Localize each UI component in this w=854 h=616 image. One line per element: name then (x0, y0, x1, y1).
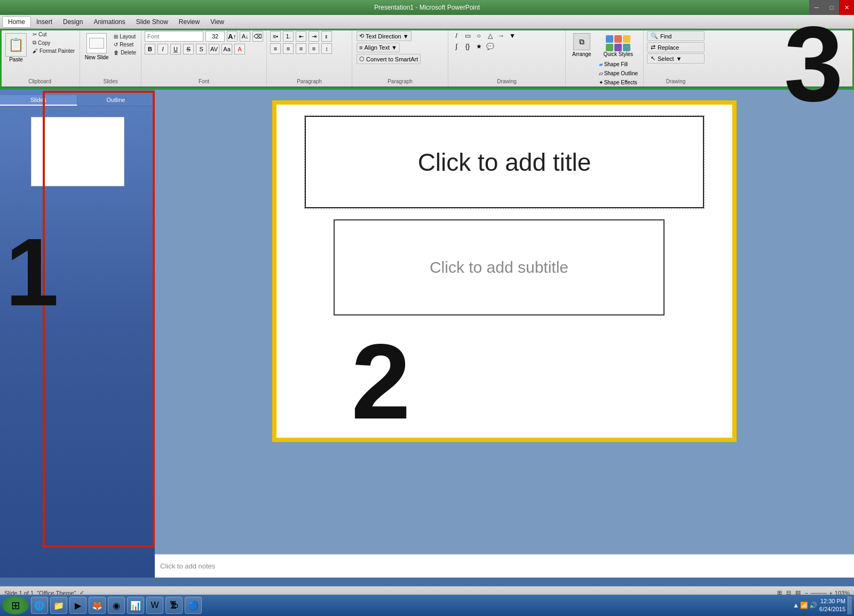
italic-button[interactable]: I (157, 44, 168, 54)
slides-group-label: Slides (80, 78, 141, 84)
taskbar-ie[interactable]: 🌐 (31, 597, 48, 614)
menu-view[interactable]: View (205, 17, 230, 27)
taskbar-firefox[interactable]: 🦊 (89, 597, 106, 614)
layout-label: Layout (120, 34, 136, 40)
taskbar-app9[interactable]: 🔵 (185, 597, 202, 614)
copy-button[interactable]: ⧉ Copy (31, 39, 76, 46)
app9-icon: 🔵 (188, 601, 199, 611)
format-painter-button[interactable]: 🖌 Format Painter (31, 48, 76, 54)
arrange-group: ⧉ Arrange Quick Styles ▰ Shape Fill (566, 29, 644, 86)
taskbar-explorer[interactable]: 📁 (50, 597, 67, 614)
find-button[interactable]: 🔍 Find (647, 31, 705, 41)
shape-outline-icon: ▱ (599, 70, 603, 76)
paste-button[interactable]: 📋 Paste (3, 31, 29, 65)
align-text-arrow: ▼ (391, 44, 397, 51)
show-desktop-button[interactable] (848, 596, 852, 614)
menu-slideshow[interactable]: Slide Show (131, 17, 173, 27)
editing-group-label: Drawing (644, 78, 708, 84)
text-dir-group-label: Paragraph (352, 78, 448, 84)
qs-cell-4 (606, 44, 613, 51)
system-tray: ▲ 📶 🔊 (793, 602, 817, 609)
menu-design[interactable]: Design (58, 17, 88, 27)
shape-effects-button[interactable]: ✦ Shape Effects (597, 78, 640, 86)
tab-slides[interactable]: Slides (0, 95, 77, 106)
align-center-button[interactable]: ≡ (283, 43, 294, 54)
shape-rect[interactable]: ▭ (463, 31, 472, 41)
shape-line[interactable]: / (452, 31, 461, 41)
slide-thumbnail-1[interactable] (31, 117, 124, 186)
columns-button[interactable]: ⫾ (321, 31, 332, 42)
subtitle-placeholder[interactable]: Click to add subtitle (334, 219, 665, 315)
title-placeholder[interactable]: Click to add title (304, 115, 705, 209)
tab-outline[interactable]: Outline (77, 95, 155, 106)
time-display[interactable]: 12:30 PM 6/24/2015 (819, 597, 845, 614)
decrease-font-button[interactable]: A↓ (240, 31, 250, 42)
shape-outline-button[interactable]: ▱ Shape Outline (597, 69, 640, 77)
replace-button[interactable]: ⇄ Replace (647, 42, 705, 52)
bold-button[interactable]: B (145, 44, 155, 54)
increase-indent-button[interactable]: ⇥ (309, 31, 319, 42)
arrange-icon: ⧉ (573, 33, 590, 50)
increase-font-button[interactable]: A↑ (227, 31, 238, 42)
select-button[interactable]: ↖ Select▼ (647, 53, 705, 64)
shape-callout[interactable]: 💬 (485, 42, 495, 51)
char-spacing-button[interactable]: AV (209, 44, 219, 54)
convert-smartart-button[interactable]: ⬡ Convert to SmartArt (357, 54, 421, 64)
menu-insert[interactable]: Insert (31, 17, 58, 27)
editing-group: 🔍 Find ⇄ Replace ↖ Select▼ Drawing (644, 29, 708, 86)
shape-fill-button[interactable]: ▰ Shape Fill (597, 60, 640, 68)
shape-curve[interactable]: ∫ (452, 42, 461, 51)
justify-button[interactable]: ≡ (309, 43, 319, 54)
layout-button[interactable]: ⊞ Layout (112, 33, 138, 40)
cut-button[interactable]: ✂ Cut (31, 31, 76, 38)
align-left-button[interactable]: ≡ (270, 43, 281, 54)
start-button[interactable]: ⊞ (2, 596, 29, 614)
clear-format-button[interactable]: ⌫ (252, 31, 263, 42)
font-size-input[interactable] (205, 31, 225, 42)
menu-home[interactable]: Home (2, 16, 31, 28)
menu-animations[interactable]: Animations (88, 17, 130, 27)
delete-button[interactable]: 🗑 Delete (112, 49, 138, 56)
shape-circle[interactable]: ○ (474, 31, 484, 41)
numbering-button[interactable]: 1. (283, 31, 294, 42)
line-spacing-button[interactable]: ↕ (321, 43, 332, 54)
notes-area[interactable]: Click to add notes (155, 554, 854, 578)
taskbar-word[interactable]: W (146, 597, 163, 614)
media-icon: ▶ (75, 601, 81, 611)
new-slide-button[interactable]: New Slide (83, 31, 110, 60)
menu-bar: Home Insert Design Animations Slide Show… (0, 15, 854, 29)
format-painter-icon: 🖌 (33, 48, 38, 54)
align-text-button[interactable]: ≡ Align Text ▼ (357, 43, 400, 52)
shape-arrow[interactable]: → (496, 31, 506, 41)
font-color-button[interactable]: A (234, 44, 245, 54)
taskbar-chrome[interactable]: ◉ (108, 597, 125, 614)
clock-date: 6/24/2015 (819, 605, 845, 613)
align-right-button[interactable]: ≡ (296, 43, 306, 54)
strikethrough-button[interactable]: S (183, 44, 194, 54)
new-slide-icon (86, 33, 107, 53)
arrange-button[interactable]: ⧉ Arrange (569, 31, 595, 59)
select-label: Select (658, 56, 674, 62)
convert-smartart-label: Convert to SmartArt (366, 56, 418, 62)
text-direction-button[interactable]: ⟲ Text Direction ▼ (357, 31, 412, 41)
shape-brace[interactable]: {} (463, 42, 472, 51)
text-shadow-button[interactable]: S (196, 44, 207, 54)
font-name-input[interactable] (145, 31, 203, 42)
window-title: Presentation1 - Microsoft PowerPoint (374, 4, 480, 11)
taskbar-media[interactable]: ▶ (69, 597, 86, 614)
decrease-indent-button[interactable]: ⇤ (296, 31, 306, 42)
taskbar-powerpoint[interactable]: 📊 (127, 597, 144, 614)
case-button[interactable]: Aa (222, 44, 232, 54)
underline-button[interactable]: U (170, 44, 181, 54)
taskbar-winrar[interactable]: 🗜 (165, 597, 183, 614)
quick-styles-button[interactable]: Quick Styles (597, 33, 640, 59)
menu-review[interactable]: Review (173, 17, 205, 27)
shape-more[interactable]: ▼ (508, 31, 517, 41)
shape-triangle[interactable]: △ (485, 31, 495, 41)
scissors-icon: ✂ (33, 31, 37, 37)
slide-canvas[interactable]: Click to add title Click to add subtitle… (272, 100, 737, 442)
reset-button[interactable]: ↺ Reset (112, 41, 138, 48)
bullets-button[interactable]: ≡• (270, 31, 281, 42)
shape-star[interactable]: ★ (474, 42, 484, 51)
tray-arrow[interactable]: ▲ (793, 602, 799, 609)
